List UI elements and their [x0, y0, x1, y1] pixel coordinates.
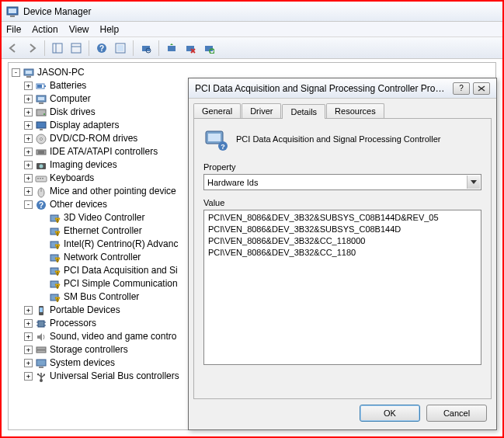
back-button[interactable]: [5, 40, 22, 57]
svg-rect-62: [40, 308, 43, 312]
expand-icon[interactable]: +: [24, 82, 33, 90]
warning-device-icon: !: [49, 265, 61, 277]
tab-general[interactable]: General: [193, 103, 241, 118]
svg-text:!: !: [57, 245, 58, 249]
show-hide-tree-button[interactable]: [49, 40, 66, 57]
svg-text:?: ?: [99, 44, 104, 53]
ok-button[interactable]: OK: [360, 405, 420, 422]
expand-icon[interactable]: +: [24, 319, 33, 328]
toolbar: ?: [2, 37, 502, 59]
tab-resources[interactable]: Resources: [326, 103, 384, 118]
expand-icon[interactable]: +: [24, 187, 33, 196]
dialog-title-bar[interactable]: PCI Data Acquisition and Signal Processi…: [189, 78, 496, 99]
tree-item-label: Batteries: [50, 79, 86, 92]
category-icon: [35, 318, 47, 330]
expand-icon[interactable]: +: [24, 174, 33, 182]
category-icon: ?: [35, 199, 47, 211]
svg-rect-2: [10, 16, 15, 17]
expand-icon[interactable]: +: [24, 359, 33, 367]
title-bar: Device Manager: [2, 2, 502, 22]
value-item[interactable]: PCI\VEN_8086&DEV_3B32&SUBSYS_C08B144D: [208, 224, 477, 236]
expand-icon[interactable]: +: [24, 161, 33, 169]
svg-rect-34: [36, 150, 46, 155]
svg-text:!: !: [57, 271, 58, 276]
category-icon: [35, 186, 47, 198]
category-icon: [35, 172, 47, 185]
property-combo-value: Hardware Ids: [207, 178, 258, 187]
expand-icon[interactable]: +: [24, 121, 33, 130]
expand-icon[interactable]: +: [24, 346, 33, 354]
device-icon: ?: [203, 127, 228, 151]
tree-item-label: Mice and other pointing device: [50, 185, 176, 198]
tree-item-label: DVD/CD-ROM drives: [50, 132, 137, 145]
tree-root-label: JASON-PC: [37, 66, 85, 79]
tree-item-label: Processors: [50, 317, 96, 330]
menu-view[interactable]: View: [69, 24, 89, 35]
dialog-tabs: General Driver Details Resources: [193, 103, 492, 118]
properties-button[interactable]: [68, 40, 85, 57]
category-icon: [35, 120, 47, 132]
category-icon: [35, 344, 47, 356]
expand-icon[interactable]: +: [24, 95, 33, 103]
dialog-close-button[interactable]: [473, 82, 490, 95]
category-icon: [35, 133, 47, 145]
expand-icon[interactable]: +: [24, 332, 33, 341]
expand-icon[interactable]: +: [24, 372, 33, 381]
scan-hardware-button[interactable]: [137, 40, 155, 57]
menu-file[interactable]: File: [6, 24, 21, 35]
category-icon: [35, 80, 47, 92]
device-name: PCI Data Acquisition and Signal Processi…: [236, 134, 441, 144]
svg-text:!: !: [57, 284, 58, 289]
collapse-icon[interactable]: -: [12, 68, 20, 77]
dialog-help-button[interactable]: ?: [453, 82, 470, 95]
uninstall-button[interactable]: [182, 40, 199, 57]
value-item[interactable]: PCI\VEN_8086&DEV_3B32&SUBSYS_C08B144D&RE…: [208, 213, 477, 224]
value-item[interactable]: PCI\VEN_8086&DEV_3B32&CC_1180: [208, 248, 477, 259]
category-icon: [35, 357, 47, 370]
window-title: Device Manager: [23, 6, 91, 17]
value-item[interactable]: PCI\VEN_8086&DEV_3B32&CC_118000: [208, 236, 477, 248]
svg-rect-81: [208, 134, 221, 141]
cancel-button[interactable]: Cancel: [426, 405, 487, 422]
warning-device-icon: !: [49, 252, 61, 264]
category-icon: [35, 106, 47, 119]
property-combo[interactable]: Hardware Ids: [203, 174, 481, 190]
category-icon: [35, 331, 47, 343]
svg-rect-70: [36, 360, 46, 366]
svg-rect-24: [37, 85, 42, 88]
category-icon: [35, 146, 47, 158]
menu-action[interactable]: Action: [32, 24, 57, 35]
svg-rect-13: [168, 46, 176, 51]
tab-driver[interactable]: Driver: [242, 103, 281, 118]
chevron-down-icon: [467, 176, 480, 189]
app-icon: [6, 5, 19, 18]
svg-text:!: !: [57, 218, 58, 223]
value-listbox[interactable]: PCI\VEN_8086&DEV_3B32&SUBSYS_C08B144D&RE…: [203, 210, 481, 365]
tree-item-label: Sound, video and game contro: [50, 330, 176, 343]
menu-help[interactable]: Help: [100, 24, 120, 35]
svg-rect-63: [38, 321, 44, 327]
svg-rect-5: [71, 43, 81, 53]
warning-device-icon: !: [49, 238, 61, 251]
expand-icon[interactable]: +: [24, 148, 33, 156]
update-driver-button[interactable]: [163, 40, 180, 57]
svg-point-33: [40, 137, 43, 140]
svg-point-38: [40, 164, 43, 168]
forward-button[interactable]: [23, 40, 40, 57]
svg-rect-30: [36, 122, 46, 128]
collapse-icon[interactable]: -: [24, 200, 33, 209]
disable-button[interactable]: [200, 40, 217, 57]
tree-item-label: Universal Serial Bus controllers: [50, 370, 179, 383]
category-icon: [35, 159, 47, 172]
svg-rect-31: [40, 129, 43, 130]
tree-child-label: PCI Simple Communication: [64, 277, 178, 290]
action-button[interactable]: [112, 40, 129, 57]
tree-child-label: Intel(R) Centrino(R) Advanc: [64, 238, 178, 251]
expand-icon[interactable]: +: [24, 108, 33, 116]
svg-text:!: !: [57, 297, 58, 302]
svg-text:!: !: [57, 231, 58, 236]
expand-icon[interactable]: +: [24, 134, 33, 143]
tab-details[interactable]: Details: [282, 104, 325, 119]
help-button[interactable]: ?: [93, 40, 110, 57]
expand-icon[interactable]: +: [24, 306, 33, 315]
